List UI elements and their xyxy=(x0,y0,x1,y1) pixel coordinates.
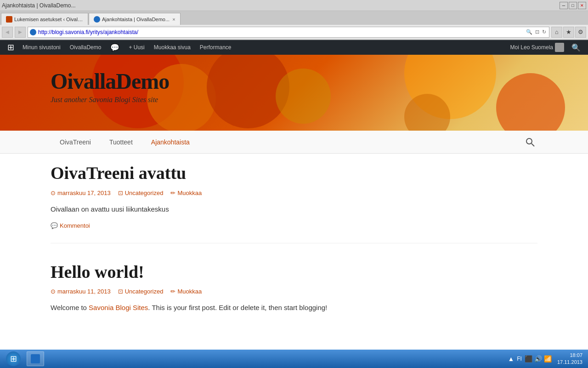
post-1-edit: ✏ Muokkaa xyxy=(170,190,202,196)
post-1-footer: 💬 Kommentoi xyxy=(51,222,537,229)
title-bar: Ajankohtaista | OivallaDemo... ─ □ ✕ xyxy=(0,0,588,11)
favorites-button[interactable]: ★ xyxy=(563,27,574,38)
post-2-edit-link[interactable]: Muokkaa xyxy=(177,288,202,295)
forward-button[interactable]: ► xyxy=(15,27,26,38)
minimize-button[interactable]: ─ xyxy=(560,2,568,9)
tab-2[interactable]: Ajankohtaista | OivallaDemo... × xyxy=(89,13,181,25)
admin-muokkaa[interactable]: Muokkaa sivua xyxy=(149,40,195,55)
post-1-meta: ⊙ marraskuu 17, 2013 ⊡ Uncategorized ✏ M… xyxy=(51,190,537,196)
comments-icon: 💬 xyxy=(110,43,119,52)
post-1-category: ⊡ Uncategorized xyxy=(118,190,164,196)
windows-logo-icon: ⊞ xyxy=(10,354,17,364)
post-2-date-link[interactable]: marraskuu 11, 2013 xyxy=(57,288,111,295)
settings-button[interactable]: ⚙ xyxy=(575,27,586,38)
tab-favicon-1 xyxy=(6,16,12,23)
post-1-date: ⊙ marraskuu 17, 2013 xyxy=(51,190,111,196)
tab-label-2: Ajankohtaista | OivallaDemo... xyxy=(102,17,170,22)
window-controls[interactable]: ─ □ ✕ xyxy=(560,2,586,9)
tray-icon-3[interactable]: 🔊 xyxy=(534,355,542,362)
address-bar[interactable]: http://blogi.savonia.fi/yritys/ajankohta… xyxy=(28,27,549,38)
tab-close-button[interactable]: × xyxy=(172,17,175,22)
nav-search-button[interactable] xyxy=(523,135,537,150)
nav-menu: OivaTreeni Tuotteet Ajankohtaista xyxy=(51,131,199,154)
nav-right-buttons: ⌂ ★ ⚙ xyxy=(551,27,586,38)
admin-minun-sivustoni[interactable]: Minun sivustoni xyxy=(18,40,65,55)
close-button[interactable]: ✕ xyxy=(578,2,586,9)
compat-icon[interactable]: ⊡ xyxy=(534,29,540,35)
post-2-date: ⊙ marraskuu 11, 2013 xyxy=(51,288,111,295)
tab-bar: Lukemisen asetukset ‹ Oivalla... Ajankoh… xyxy=(0,11,588,25)
category-icon: ⊡ xyxy=(118,190,123,196)
admin-muokkaa-label: Muokkaa sivua xyxy=(154,44,191,51)
post-2-meta: ⊙ marraskuu 11, 2013 ⊡ Uncategorized ✏ M… xyxy=(51,288,537,295)
post-2-edit: ✏ Muokkaa xyxy=(170,288,202,295)
post-1-excerpt: Oivallaan on avattu uusi liikuntakeskus xyxy=(51,204,537,215)
admin-uusi[interactable]: + Uusi xyxy=(124,40,149,55)
tray-icons: ▲ FI ⬛ 🔊 📶 xyxy=(508,355,552,362)
post-1-comment-label: Kommentoi xyxy=(60,222,90,229)
user-avatar xyxy=(555,43,564,52)
admin-performance[interactable]: Performance xyxy=(195,40,236,55)
wp-logo-item[interactable]: ⊞ xyxy=(4,40,18,55)
nav-item-tuotteet[interactable]: Tuotteet xyxy=(100,131,142,154)
nav-item-ajankohtaista[interactable]: Ajankohtaista xyxy=(142,131,199,154)
tray-icon-1[interactable]: ▲ xyxy=(508,355,514,362)
post-1-comment-link[interactable]: 💬 Kommentoi xyxy=(51,222,90,229)
nav-item-oivatreeni[interactable]: OivaTreeni xyxy=(51,131,100,154)
admin-oivallademo[interactable]: OivallaDemo xyxy=(65,40,106,55)
tray-icon-2[interactable]: ⬛ xyxy=(525,355,532,362)
admin-uusi-label: + Uusi xyxy=(129,44,144,51)
taskbar: ⊞ ▲ FI ⬛ 🔊 📶 18:07 17.11.2013 xyxy=(0,350,588,368)
tray-icon-4[interactable]: 📶 xyxy=(544,355,552,362)
address-text: http://blogi.savonia.fi/yritys/ajankohta… xyxy=(38,29,525,35)
site-header: OivallaDemo Just another Savonia Blogi S… xyxy=(0,55,588,131)
post-2-title[interactable]: Hello world! xyxy=(51,262,537,283)
address-favicon xyxy=(30,29,36,35)
post-1-date-link[interactable]: marraskuu 17, 2013 xyxy=(57,190,111,196)
post-1-title[interactable]: OivaTreeni avattu xyxy=(51,163,537,184)
tab-1[interactable]: Lukemisen asetukset ‹ Oivalla... xyxy=(1,13,88,25)
nav-bar: ◄ ► http://blogi.savonia.fi/yritys/ajank… xyxy=(0,25,588,40)
admin-search-icon: 🔍 xyxy=(571,43,581,52)
home-button[interactable]: ⌂ xyxy=(551,27,562,38)
clock-date: 17.11.2013 xyxy=(557,359,582,366)
post-1-category-link[interactable]: Uncategorized xyxy=(125,190,164,196)
admin-user[interactable]: Moi Leo Suomela xyxy=(507,40,568,55)
svg-point-0 xyxy=(526,138,532,144)
date-icon: ⊙ xyxy=(51,190,56,196)
taskbar-clock[interactable]: 18:07 17.11.2013 xyxy=(555,352,584,366)
category-icon-2: ⊡ xyxy=(118,288,123,295)
post-1: OivaTreeni avattu ⊙ marraskuu 17, 2013 ⊡… xyxy=(51,163,537,243)
wp-admin-bar: ⊞ Minun sivustoni OivallaDemo 💬 + Uusi M… xyxy=(0,40,588,55)
wp-admin-bar-right: Moi Leo Suomela 🔍 xyxy=(507,40,584,55)
admin-oivallademo-label: OivallaDemo xyxy=(70,44,102,51)
admin-performance-label: Performance xyxy=(200,44,232,51)
main-content: OivaTreeni avattu ⊙ marraskuu 17, 2013 ⊡… xyxy=(0,154,588,362)
post-2-category: ⊡ Uncategorized xyxy=(118,288,164,295)
taskbar-ie-item[interactable] xyxy=(27,351,44,366)
wp-logo-icon: ⊞ xyxy=(7,42,14,52)
site-navigation: OivaTreeni Tuotteet Ajankohtaista xyxy=(0,131,588,154)
post-1-edit-link[interactable]: Muokkaa xyxy=(177,190,202,196)
admin-user-label: Moi Leo Suomela xyxy=(510,44,553,51)
admin-comments[interactable]: 💬 xyxy=(106,40,124,55)
page-title: Ajankohtaista | OivallaDemo... xyxy=(2,2,76,9)
tab-favicon-2 xyxy=(94,16,100,23)
maximize-button[interactable]: □ xyxy=(569,2,577,9)
post-2-excerpt-link[interactable]: Savonia Blogi Sites xyxy=(89,304,148,311)
start-button-inner: ⊞ xyxy=(6,351,21,366)
admin-search-btn[interactable]: 🔍 xyxy=(568,40,584,55)
post-2-excerpt-after: . This is your first post. Edit or delet… xyxy=(148,304,327,311)
site-title[interactable]: OivallaDemo xyxy=(51,69,588,94)
wp-admin-bar-left: ⊞ Minun sivustoni OivallaDemo 💬 + Uusi M… xyxy=(4,40,236,55)
post-2: Hello world! ⊙ marraskuu 11, 2013 ⊡ Unca… xyxy=(51,262,537,335)
back-button[interactable]: ◄ xyxy=(2,27,13,38)
refresh-icon[interactable]: ↻ xyxy=(541,29,547,35)
taskbar-lang[interactable]: FI xyxy=(516,356,523,362)
post-2-category-link[interactable]: Uncategorized xyxy=(125,288,164,295)
admin-minun-sivustoni-label: Minun sivustoni xyxy=(23,44,61,51)
address-icons: 🔍 ⊡ ↻ xyxy=(525,29,547,35)
search-address-icon[interactable]: 🔍 xyxy=(525,29,533,35)
start-button[interactable]: ⊞ xyxy=(2,351,25,367)
ie-icon xyxy=(31,354,40,363)
